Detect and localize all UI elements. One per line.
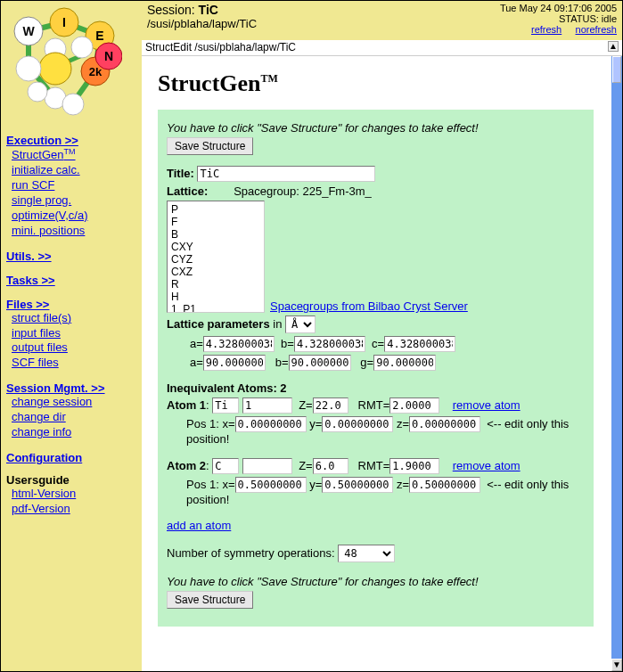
lattice-option[interactable]: F: [169, 216, 262, 228]
session-name: TiC: [199, 3, 218, 17]
atom2-rmt-input[interactable]: [389, 458, 439, 474]
atom2-element-input[interactable]: [212, 458, 239, 474]
symop-label: Number of symmetry operations:: [167, 546, 338, 560]
a2y-input[interactable]: [322, 477, 393, 493]
nav-config[interactable]: Configuration: [6, 451, 136, 464]
nav-chginfo[interactable]: change info: [12, 425, 136, 440]
page-title-text: StructGen: [158, 70, 261, 96]
alpha-input[interactable]: [203, 355, 266, 371]
svg-point-19: [16, 56, 41, 81]
norefresh-link[interactable]: norefresh: [576, 24, 617, 35]
usersguide-label: Usersguide: [6, 473, 136, 487]
a2x-input[interactable]: [235, 477, 307, 493]
y-label-2: y=: [309, 478, 322, 491]
nav-pdfversion[interactable]: pdf-Version: [12, 502, 136, 517]
nav-runscf[interactable]: run SCF: [12, 178, 136, 193]
nav-chgsess[interactable]: change session: [12, 395, 136, 410]
lattice-option[interactable]: 1_P1: [169, 303, 262, 313]
unit-select[interactable]: Å: [285, 316, 316, 333]
latparam-label: Lattice parameters: [167, 317, 270, 331]
zpos-label: z=: [397, 417, 409, 430]
save-structure-button[interactable]: Save Structure: [167, 137, 253, 155]
a2z-input[interactable]: [409, 477, 480, 493]
nav-htmlversion[interactable]: html-Version: [12, 487, 136, 502]
svg-point-15: [71, 37, 93, 58]
nav-structgen-label: StructGen: [12, 148, 64, 161]
svg-text:E: E: [95, 29, 103, 43]
breadcrumb-bar: StructEdit /susi/pblaha/lapw/TiC ▲: [142, 40, 622, 56]
z-label-2: Z=: [299, 459, 313, 472]
atom1-num-input[interactable]: [242, 397, 292, 414]
lattice-option[interactable]: R: [169, 278, 262, 291]
breadcrumb-text: StructEdit /susi/pblaha/lapw/TiC: [145, 41, 296, 53]
svg-text:W: W: [22, 24, 35, 38]
nav-utils[interactable]: Utils. >>: [6, 250, 136, 263]
nav-optimize[interactable]: optimize(V,c/a): [12, 209, 136, 224]
atom2-num-input[interactable]: [242, 458, 292, 474]
c-input[interactable]: [384, 336, 455, 352]
lattice-option[interactable]: CXY: [169, 241, 262, 253]
remove-atom1-link[interactable]: remove atom: [453, 398, 521, 412]
lattice-option[interactable]: CXZ: [169, 266, 262, 278]
nav-structgen[interactable]: StructGenTM: [12, 147, 136, 163]
scrollbar-thumb[interactable]: [612, 56, 621, 83]
a-input[interactable]: [203, 336, 275, 352]
save-structure-button-2[interactable]: Save Structure: [167, 591, 253, 609]
atom1-label: Atom 1: [167, 398, 206, 412]
remove-atom2-link[interactable]: remove atom: [453, 459, 521, 472]
a1x-input[interactable]: [235, 416, 307, 432]
nav-chgdir[interactable]: change dir: [12, 410, 136, 425]
nav-single[interactable]: single prog.: [12, 193, 136, 209]
title-label: Title:: [167, 167, 197, 180]
scroll-down-icon[interactable]: ▼: [611, 659, 622, 671]
nav-tasks[interactable]: Tasks >>: [6, 274, 136, 287]
a1z-input[interactable]: [409, 416, 480, 432]
svg-text:I: I: [62, 15, 66, 29]
lattice-label: Lattice:: [167, 184, 208, 198]
gamma-input[interactable]: [373, 355, 436, 371]
scroll-up-icon[interactable]: ▲: [608, 41, 619, 52]
add-atom-link[interactable]: add an atom: [167, 519, 231, 532]
lattice-option[interactable]: B: [169, 228, 262, 241]
refresh-link[interactable]: refresh: [531, 24, 562, 35]
tm-sup: TM: [64, 147, 76, 156]
nav-execution[interactable]: Execution >>: [6, 134, 136, 147]
date-text: Tue May 24 09:17:06 2005: [500, 3, 617, 13]
lattice-option[interactable]: CYZ: [169, 253, 262, 266]
ineq-label: Inequivalent Atoms: 2: [167, 381, 585, 395]
z-label: Z=: [299, 398, 313, 412]
lattice-option[interactable]: H: [169, 291, 262, 303]
sidebar: I W E 2k N Execution >> StructGenTM init…: [1, 1, 142, 671]
title-input[interactable]: [197, 166, 375, 182]
a1y-input[interactable]: [322, 416, 393, 432]
wien2k-logo: I W E 2k N: [6, 4, 122, 120]
rmt-label-2: RMT=: [358, 459, 390, 472]
nav-scffiles[interactable]: SCF files: [12, 356, 136, 371]
zpos-label-2: z=: [397, 478, 409, 491]
nav-structfiles[interactable]: struct file(s): [12, 311, 136, 326]
nav-sessmgmt[interactable]: Session Mgmt. >>: [6, 381, 136, 395]
bilbao-link[interactable]: Spacegroups from Bilbao Cryst Server: [270, 299, 468, 313]
save-notice-2: You have to click "Save Structure" for c…: [167, 575, 585, 588]
beta-input[interactable]: [289, 355, 351, 371]
lattice-option[interactable]: P: [169, 203, 262, 216]
vertical-scrollbar[interactable]: ▼: [610, 56, 622, 671]
atom1-element-input[interactable]: [212, 397, 239, 414]
svg-point-16: [39, 53, 71, 85]
save-notice: You have to click "Save Structure" for c…: [167, 121, 585, 135]
lattice-listbox[interactable]: PFBCXYCYZCXZRH1_P1: [167, 201, 265, 313]
symop-select[interactable]: 48: [338, 545, 395, 562]
nav-init[interactable]: initialize calc.: [12, 163, 136, 178]
pos1-label-2: Pos 1: x=: [186, 478, 235, 491]
atom1-rmt-input[interactable]: [389, 397, 439, 414]
nav-mini[interactable]: mini. positions: [12, 224, 136, 239]
b-input[interactable]: [294, 336, 365, 352]
tm-mark: TM: [261, 72, 278, 85]
nav-outputfiles[interactable]: output files: [12, 340, 136, 356]
nav-inputfiles[interactable]: input files: [12, 326, 136, 341]
atom1-z-input[interactable]: [313, 397, 348, 414]
atom2-z-input[interactable]: [313, 458, 348, 474]
status-text: STATUS: idle: [500, 13, 617, 24]
atom2-label: Atom 2: [167, 459, 206, 472]
nav-files[interactable]: Files >>: [6, 298, 136, 311]
